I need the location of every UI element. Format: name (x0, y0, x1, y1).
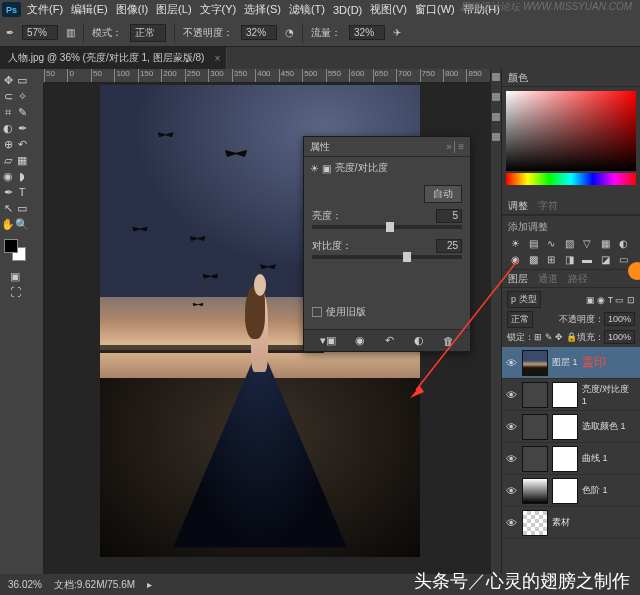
visibility-eye-icon[interactable]: 👁 (506, 357, 518, 369)
brush-preset[interactable]: 57% (22, 25, 58, 40)
quickmask-icon[interactable]: ▣ (8, 269, 22, 283)
layer-thumb[interactable] (522, 414, 548, 440)
adj-vibrance-icon[interactable]: ▽ (580, 237, 594, 249)
tab-paths[interactable]: 路径 (568, 272, 588, 286)
opacity-field[interactable]: 32% (241, 25, 277, 40)
layer-kind-filter[interactable]: p 类型 (507, 291, 541, 308)
dock-icon-1[interactable] (492, 73, 500, 81)
marquee-tool[interactable]: ▭ (15, 73, 29, 87)
layer-thumb[interactable] (522, 510, 548, 536)
brush-icon[interactable]: ✒ (6, 27, 14, 38)
contrast-slider[interactable] (312, 255, 462, 259)
adj-levels-icon[interactable]: ▤ (526, 237, 540, 249)
layer-thumb[interactable] (522, 478, 548, 504)
zoom-readout[interactable]: 36.02% (8, 579, 42, 590)
adj-bw-icon[interactable]: ◐ (616, 237, 630, 249)
zoom-tool[interactable]: 🔍 (15, 217, 29, 231)
stamp-tool[interactable]: ⊕ (1, 137, 15, 151)
reset-icon[interactable]: ↶ (385, 334, 394, 347)
clip-icon[interactable]: ▾▣ (320, 334, 336, 347)
mode-select[interactable]: 正常 (130, 24, 166, 42)
layer-name-label[interactable]: 图层 1 (552, 356, 578, 369)
menu-window[interactable]: 窗口(W) (415, 2, 455, 17)
menu-layer[interactable]: 图层(L) (156, 2, 191, 17)
layer-opacity-field[interactable]: 100% (604, 312, 635, 326)
brightness-value[interactable]: 5 (436, 209, 462, 223)
legacy-checkbox[interactable] (312, 307, 322, 317)
menu-image[interactable]: 图像(I) (116, 2, 148, 17)
layer-row[interactable]: 👁素材 (502, 507, 640, 539)
layer-row[interactable]: 👁色阶 1 (502, 475, 640, 507)
lasso-tool[interactable]: ⊂ (1, 89, 15, 103)
auto-button[interactable]: 自动 (424, 185, 462, 203)
dock-icon-4[interactable] (492, 133, 500, 141)
panel-menu-icon[interactable]: »│≡ (446, 141, 464, 152)
tab-adjust[interactable]: 调整 (508, 199, 528, 213)
layer-row[interactable]: 👁选取颜色 1 (502, 411, 640, 443)
toggle-icon[interactable]: ◐ (414, 334, 424, 347)
properties-panel[interactable]: 属性 »│≡ ☀ ▣ 亮度/对比度 自动 亮度：5 对比度：25 使用旧版 ▾▣… (303, 136, 471, 352)
menu-view[interactable]: 视图(V) (370, 2, 407, 17)
menu-type[interactable]: 文字(Y) (200, 2, 237, 17)
contrast-value[interactable]: 25 (436, 239, 462, 253)
tab-channels[interactable]: 通道 (538, 272, 558, 286)
layer-name-label[interactable]: 色阶 1 (582, 484, 608, 497)
layer-row[interactable]: 👁亮度/对比度 1 (502, 379, 640, 411)
layer-thumb[interactable] (522, 382, 548, 408)
gradient-tool[interactable]: ▦ (15, 153, 29, 167)
adj-curves-icon[interactable]: ∿ (544, 237, 558, 249)
adj-lookup-icon[interactable]: ⊞ (544, 253, 558, 265)
layer-row[interactable]: 👁曲线 1 (502, 443, 640, 475)
menu-select[interactable]: 选择(S) (244, 2, 281, 17)
visibility-eye-icon[interactable]: 👁 (506, 421, 518, 433)
dock-icon-3[interactable] (492, 113, 500, 121)
color-swatches[interactable] (4, 239, 26, 261)
visibility-eye-icon[interactable]: 👁 (506, 517, 518, 529)
visibility-eye-icon[interactable]: 👁 (506, 485, 518, 497)
adj-photo-filter-icon[interactable]: ◉ (508, 253, 522, 265)
layer-mask-thumb[interactable] (552, 446, 578, 472)
adj-invert-icon[interactable]: ◨ (562, 253, 576, 265)
wand-tool[interactable]: ✧ (15, 89, 29, 103)
color-picker-field[interactable] (506, 91, 636, 171)
adj-mixer-icon[interactable]: ▩ (526, 253, 540, 265)
dock-icon-2[interactable] (492, 93, 500, 101)
pen-tool[interactable]: ✒ (1, 185, 15, 199)
blend-mode-select[interactable]: 正常 (507, 311, 533, 328)
menu-filter[interactable]: 滤镜(T) (289, 2, 325, 17)
dodge-tool[interactable]: ◗ (15, 169, 29, 183)
flow-field[interactable]: 32% (349, 25, 385, 40)
brightness-slider[interactable] (312, 225, 462, 229)
pressure-opacity-icon[interactable]: ◔ (285, 27, 294, 38)
hue-slider[interactable] (506, 173, 636, 185)
adj-posterize-icon[interactable]: ▬ (580, 253, 594, 265)
move-tool[interactable]: ✥ (1, 73, 15, 87)
menu-3d[interactable]: 3D(D) (333, 4, 362, 16)
eyedropper-tool[interactable]: ✎ (15, 105, 29, 119)
menu-file[interactable]: 文件(F) (27, 2, 63, 17)
layer-name-label[interactable]: 素材 (552, 516, 570, 529)
layer-mask-thumb[interactable] (552, 478, 578, 504)
history-brush-tool[interactable]: ↶ (15, 137, 29, 151)
crop-tool[interactable]: ⌗ (1, 105, 15, 119)
layer-mask-thumb[interactable] (552, 382, 578, 408)
layer-thumb[interactable] (522, 350, 548, 376)
layer-name-label[interactable]: 选取颜色 1 (582, 420, 626, 433)
menu-edit[interactable]: 编辑(E) (71, 2, 108, 17)
view-prev-icon[interactable]: ◉ (355, 334, 365, 347)
adj-selective-icon[interactable]: ▭ (616, 253, 630, 265)
brush-tool[interactable]: ✒ (15, 121, 29, 135)
layer-name-label[interactable]: 曲线 1 (582, 452, 608, 465)
visibility-eye-icon[interactable]: 👁 (506, 389, 518, 401)
hand-tool[interactable]: ✋ (1, 217, 15, 231)
brush-panel-icon[interactable]: ▥ (66, 27, 75, 38)
tab-layers[interactable]: 图层 (508, 272, 528, 286)
eraser-tool[interactable]: ▱ (1, 153, 15, 167)
adj-exposure-icon[interactable]: ▧ (562, 237, 576, 249)
status-chevron-icon[interactable]: ▸ (147, 579, 152, 590)
airbrush-icon[interactable]: ✈ (393, 27, 401, 38)
layer-row[interactable]: 👁图层 1盖印 (502, 347, 640, 379)
tab-color[interactable]: 颜色 (508, 71, 528, 85)
tab-font[interactable]: 字符 (538, 199, 558, 213)
document-tab[interactable]: 人物.jpg @ 36% (亮度/对比度 1, 图层蒙版/8) × (0, 47, 227, 69)
